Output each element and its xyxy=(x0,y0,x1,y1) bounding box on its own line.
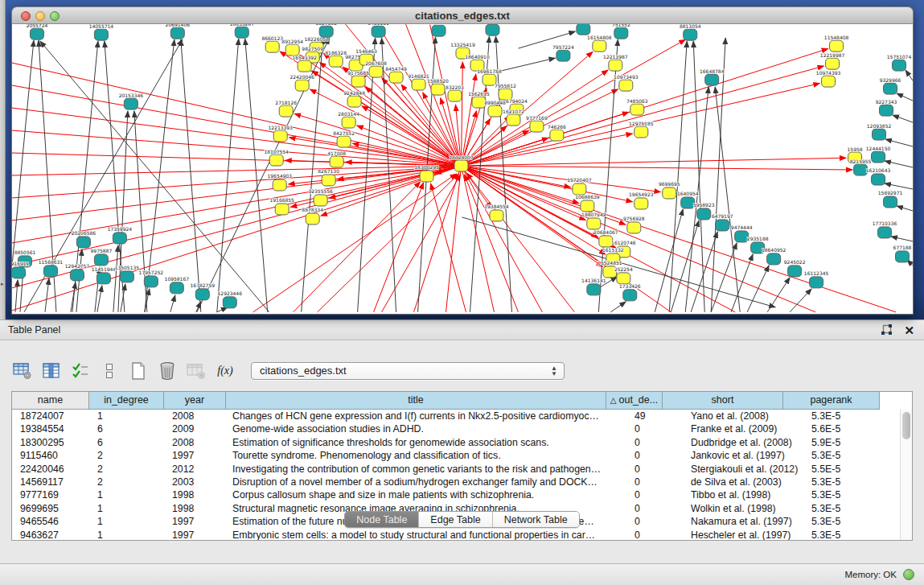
graph-node[interactable]: 11451944 xyxy=(92,266,117,283)
graph-edge[interactable] xyxy=(747,266,769,312)
graph-node[interactable]: 8813054 xyxy=(680,24,701,40)
graph-edge[interactable] xyxy=(494,58,555,72)
table-cell-pagerank[interactable]: 5.3E-5 xyxy=(803,410,900,422)
graph-node[interactable]: 9756928 xyxy=(623,216,645,233)
tab-edge-table[interactable]: Edge Table xyxy=(418,512,491,527)
graph-edge[interactable] xyxy=(655,209,683,312)
table-cell-short[interactable]: Yano et al. (2008) xyxy=(683,410,803,422)
table-cell-pagerank[interactable]: 5.9E-5 xyxy=(803,436,900,449)
graph-node[interactable]: 13505135 xyxy=(115,265,140,282)
graph-node[interactable]: 12923446 xyxy=(218,290,243,307)
table-cell-year[interactable]: 1998 xyxy=(164,488,226,501)
table-cell-name[interactable]: 14569117 xyxy=(12,476,89,488)
splitter-handle-icon[interactable]: ▸ xyxy=(1,280,5,287)
table-cell-year[interactable]: 2012 xyxy=(164,463,226,476)
graph-node[interactable]: 7485063 xyxy=(626,98,648,115)
graph-node[interactable]: 9245022 xyxy=(784,259,806,276)
graph-edge[interactable] xyxy=(897,206,913,211)
table-cell-short[interactable]: Nakamura et al. (1997) xyxy=(683,515,803,528)
graph-edge[interactable] xyxy=(382,175,461,312)
graph-edge[interactable] xyxy=(170,295,175,312)
column-header-pagerank[interactable]: pagerank xyxy=(783,392,880,410)
graph-node[interactable]: 16210643 xyxy=(866,167,891,184)
function-builder-icon[interactable]: f(x) xyxy=(216,361,235,381)
table-row[interactable]: 1938455462009Genome-wide association stu… xyxy=(12,422,900,435)
table-cell-pagerank[interactable]: 5.3E-5 xyxy=(803,449,900,462)
table-cell-out_degree[interactable]: 0 xyxy=(626,476,683,488)
show-columns-icon[interactable] xyxy=(42,361,61,381)
graph-edge[interactable] xyxy=(466,173,574,312)
close-panel-icon[interactable]: ✕ xyxy=(904,323,914,337)
table-cell-title[interactable]: Genome-wide association studies in ADHD. xyxy=(226,422,626,435)
graph-node[interactable]: 9242848 xyxy=(343,90,365,107)
table-cell-in_degree[interactable]: 1 xyxy=(89,502,164,515)
graph-edge[interactable] xyxy=(181,39,201,312)
table-cell-title[interactable]: Embryonic stem cells: a model to study s… xyxy=(226,529,626,541)
graph-node[interactable]: 17957252 xyxy=(139,270,164,286)
graph-edge[interactable] xyxy=(446,166,462,312)
graph-node[interactable]: 677188 xyxy=(893,245,912,262)
table-select[interactable]: citations_edges.txt ▲▼ xyxy=(251,362,565,380)
graph-edge[interactable] xyxy=(318,174,459,312)
table-cell-year[interactable]: 2009 xyxy=(164,422,226,435)
graph-node[interactable]: 3915911 xyxy=(12,261,30,278)
table-cell-short[interactable]: Hescheler et al. (1997) xyxy=(683,529,803,541)
table-cell-name[interactable]: 9699695 xyxy=(12,502,89,515)
graph-node[interactable]: 12219987 xyxy=(820,52,845,69)
graph-node[interactable]: 2087682 xyxy=(573,24,594,35)
graph-edge[interactable] xyxy=(462,158,847,166)
table-cell-short[interactable]: Jankovic et al. (1997) xyxy=(683,449,803,462)
split-pane-divider[interactable]: ▸ xyxy=(0,0,6,319)
graph-node[interactable]: 10653287 xyxy=(230,24,255,38)
graph-edge[interactable] xyxy=(12,166,462,266)
graph-node[interactable]: 16154808 xyxy=(587,35,612,51)
row-height-icon[interactable] xyxy=(100,361,119,381)
table-cell-short[interactable]: Wolkin et al. (1998) xyxy=(683,502,803,515)
table-cell-out_degree[interactable]: 0 xyxy=(626,436,683,449)
table-mode-icon[interactable] xyxy=(13,361,32,381)
graph-node[interactable]: 2055724 xyxy=(27,24,48,39)
graph-node[interactable]: 2718126 xyxy=(275,100,297,117)
graph-edge[interactable] xyxy=(217,39,239,312)
graph-node[interactable]: 832203 xyxy=(446,84,464,101)
graph-node[interactable]: 9975887 xyxy=(91,248,113,265)
graph-edge[interactable] xyxy=(113,245,118,312)
graph-edge[interactable] xyxy=(906,70,913,80)
table-cell-in_degree[interactable]: 2 xyxy=(89,449,164,462)
graph-node[interactable]: 9329966 xyxy=(880,77,901,94)
table-cell-year[interactable]: 1998 xyxy=(164,502,226,515)
graph-node[interactable]: 12975185 xyxy=(629,121,654,138)
tab-node-table[interactable]: Node Table xyxy=(345,512,418,527)
graph-node[interactable]: 7957224 xyxy=(552,44,574,61)
graph-node[interactable]: 10973493 xyxy=(614,74,639,91)
table-cell-in_degree[interactable]: 1 xyxy=(89,515,164,528)
graph-node[interactable]: 19384554 xyxy=(484,204,509,220)
table-cell-title[interactable]: Corpus callosum shape and size in male p… xyxy=(226,488,626,501)
graph-node[interactable]: 18107554 xyxy=(264,149,289,166)
graph-edge[interactable] xyxy=(462,62,463,166)
table-row[interactable]: 946362711997Embryonic stem cells: a mode… xyxy=(12,529,900,541)
table-cell-pagerank[interactable]: 5.5E-5 xyxy=(803,463,900,476)
graph-node[interactable]: 6466161 xyxy=(368,24,389,37)
graph-edge[interactable] xyxy=(897,93,913,101)
graph-edge[interactable] xyxy=(464,175,518,312)
graph-edge[interactable] xyxy=(495,36,511,312)
graph-node[interactable]: 12093852 xyxy=(867,123,892,140)
graph-node[interactable]: 8454749 xyxy=(385,66,407,83)
graph-node[interactable]: 10958167 xyxy=(165,276,190,293)
close-button[interactable] xyxy=(21,11,31,21)
graph-node[interactable]: 8912954 xyxy=(281,39,303,56)
minimize-button[interactable] xyxy=(35,11,45,21)
table-cell-year[interactable]: 1997 xyxy=(164,449,226,462)
graph-edge[interactable] xyxy=(294,113,461,166)
graph-node[interactable]: 8186328 xyxy=(325,50,347,67)
table-row[interactable]: 2242004622012Investigating the contribut… xyxy=(12,463,900,476)
table-cell-title[interactable]: Tourette syndrome. Phenomenology and cla… xyxy=(226,449,626,462)
table-cell-name[interactable]: 19384554 xyxy=(12,422,89,435)
graph-edge[interactable] xyxy=(893,115,913,122)
graph-node[interactable]: 14136141 xyxy=(581,278,606,295)
graph-edge[interactable] xyxy=(245,39,268,312)
graph-edge[interactable] xyxy=(767,278,790,312)
graph-edge[interactable] xyxy=(45,278,49,312)
table-cell-out_degree[interactable]: 0 xyxy=(626,515,683,528)
